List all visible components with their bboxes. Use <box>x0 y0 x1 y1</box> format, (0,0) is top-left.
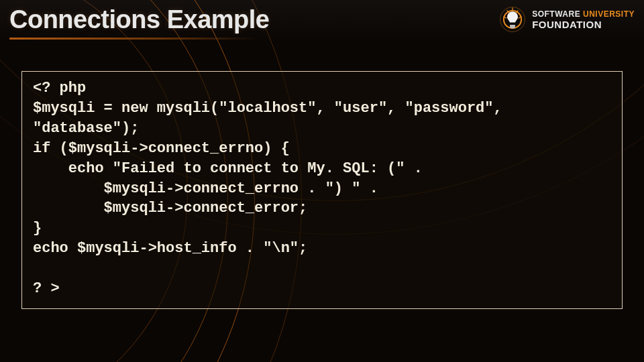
brand-text: SOFTWARE UNIVERSITY FOUNDATION <box>532 10 635 29</box>
brand-line1: SOFTWARE UNIVERSITY <box>532 10 635 18</box>
lightbulb-icon <box>498 5 527 34</box>
brand-logo: SOFTWARE UNIVERSITY FOUNDATION <box>498 5 635 34</box>
title-underline <box>9 38 258 40</box>
brand-word-software: SOFTWARE <box>532 9 580 19</box>
slide-title: Connections Example <box>9 5 269 34</box>
code-block: <? php $mysqli = new mysqli("localhost",… <box>33 78 611 299</box>
brand-word-university: UNIVERSITY <box>583 9 635 19</box>
brand-line2: FOUNDATION <box>532 19 635 29</box>
code-block-container: <? php $mysqli = new mysqli("localhost",… <box>21 71 623 309</box>
